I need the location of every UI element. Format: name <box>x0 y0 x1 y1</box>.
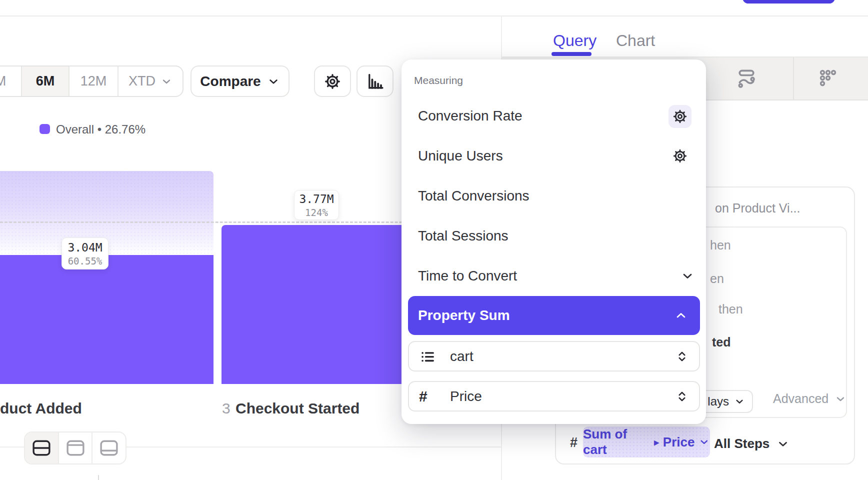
compare-label: Compare <box>200 74 260 90</box>
range-xtd-button[interactable]: XTD <box>118 66 182 96</box>
all-steps-label: All Steps <box>714 436 770 452</box>
step-text-fragment-3: then <box>718 302 743 316</box>
chevron-down-icon <box>834 393 846 405</box>
menu-item-label: Time to Convert <box>418 268 517 284</box>
topbar-divider <box>0 16 868 16</box>
range-m-button[interactable]: M <box>0 66 22 96</box>
property-sum-label: Property Sum <box>418 308 674 324</box>
layout-top-bar-button[interactable] <box>59 432 93 464</box>
conversion-rate-settings-button[interactable] <box>668 105 692 128</box>
tab-chart[interactable]: Chart <box>616 32 655 50</box>
conversion-window-button[interactable]: lays <box>701 390 753 413</box>
menu-item-label: Unique Users <box>418 148 503 164</box>
legend-swatch <box>40 124 50 134</box>
date-range-segmented-control: M 6M 12M XTD <box>0 66 184 97</box>
split-middle-icon <box>32 440 50 456</box>
layout-split-horizontal-button[interactable] <box>25 432 59 464</box>
app-screenshot: M 6M 12M XTD Compare Overall • 26.76% 3.… <box>0 0 868 480</box>
list-icon <box>419 348 450 365</box>
chip-arrow: ▸ <box>654 436 659 448</box>
number-property-icon: # <box>419 388 450 405</box>
range-m-label: M <box>0 74 6 89</box>
dots-grid-icon <box>818 68 838 88</box>
chevron-down-icon <box>160 76 172 88</box>
chevron-down-icon <box>776 438 790 450</box>
step-text-fragment-2: en <box>710 272 724 286</box>
compare-button[interactable]: Compare <box>190 66 290 97</box>
next-section-tick <box>98 475 99 480</box>
query-card-title-fragment: on Product Vi... <box>715 201 800 216</box>
menu-item-label: Conversion Rate <box>418 108 522 124</box>
primary-button[interactable] <box>742 0 835 4</box>
property-group-value: cart <box>450 348 675 364</box>
range-12m-label: 12M <box>80 74 107 89</box>
funnel-bar-3-value-badge: 3.77M 124% <box>294 190 339 220</box>
split-top-icon <box>66 440 84 456</box>
chevron-up-icon <box>674 308 688 322</box>
range-6m-button[interactable]: 6M <box>22 66 70 96</box>
split-bottom-icon <box>100 440 118 456</box>
legend-label: Overall • 26.76% <box>56 122 146 136</box>
sum-of-cart-price-chip[interactable]: Sum of cart ▸ Price <box>583 426 710 458</box>
all-steps-dropdown[interactable]: All Steps <box>714 436 790 452</box>
bar-3-value: 3.77M <box>299 192 334 206</box>
step-3-number: 3 <box>222 400 230 417</box>
measurement-hash-icon: # <box>570 435 578 450</box>
tab-query[interactable]: Query <box>553 32 596 50</box>
chart-settings-button[interactable] <box>314 66 351 97</box>
menu-item-conversion-rate[interactable]: Conversion Rate <box>402 102 662 130</box>
chip-property-label: Price <box>663 434 695 450</box>
menu-item-unique-users[interactable]: Unique Users <box>402 142 662 170</box>
layout-toggle-group <box>24 432 126 464</box>
list-icon <box>419 348 436 365</box>
flows-icon <box>736 67 758 89</box>
gear-icon <box>672 109 688 124</box>
property-group-select[interactable]: cart <box>408 341 700 372</box>
flows-button[interactable] <box>736 67 758 89</box>
chevron-down-icon <box>698 436 710 448</box>
funnel-bar-2-value-badge: 3.04M 60.55% <box>62 238 108 270</box>
select-updown-icon <box>675 390 689 404</box>
menu-item-total-sessions[interactable]: Total Sessions <box>402 222 662 250</box>
property-select[interactable]: # Price <box>408 381 700 412</box>
toolbar-strip-divider <box>793 58 794 100</box>
gear-icon <box>324 73 341 90</box>
menu-item-time-to-convert[interactable]: Time to Convert <box>402 262 662 290</box>
bar-3-conversion: 124% <box>305 206 328 218</box>
chevron-down-icon <box>680 269 694 283</box>
menu-item-total-conversions[interactable]: Total Conversions <box>402 182 662 210</box>
range-6m-label: 6M <box>36 74 55 89</box>
funnel-bar-2[interactable] <box>0 255 214 384</box>
chart-type-button[interactable] <box>356 66 394 97</box>
gear-icon <box>672 148 688 164</box>
step-text-fragment-1: hen <box>710 238 731 252</box>
advanced-label: Advanced <box>773 392 828 406</box>
menu-item-property-sum-selected[interactable]: Property Sum <box>408 296 700 335</box>
step-text-fragment-4: ted <box>712 335 731 350</box>
time-to-convert-expand[interactable] <box>680 269 694 283</box>
measuring-popup: Measuring Conversion Rate Unique Users T… <box>402 60 706 424</box>
menu-item-label: Total Sessions <box>418 228 508 244</box>
step-3-label: Checkout Started <box>236 400 360 417</box>
unique-users-settings-button[interactable] <box>668 144 692 168</box>
popup-title: Measuring <box>414 74 463 86</box>
more-apps-button[interactable] <box>818 68 838 88</box>
active-tab-underline <box>552 52 592 56</box>
step-2-label: duct Added <box>0 400 82 417</box>
advanced-dropdown[interactable]: Advanced <box>773 392 846 406</box>
chevron-down-icon <box>267 75 280 88</box>
range-12m-button[interactable]: 12M <box>70 66 118 96</box>
bar-chart-icon <box>366 72 384 90</box>
chevron-down-icon <box>734 396 745 407</box>
layout-bottom-bar-button[interactable] <box>92 432 126 464</box>
property-value: Price <box>450 388 675 404</box>
menu-item-label: Total Conversions <box>418 188 530 204</box>
window-label-fragment: lays <box>708 394 729 408</box>
chip-main-label: Sum of cart <box>583 426 650 458</box>
range-xtd-label: XTD <box>128 74 156 89</box>
bar-2-value: 3.04M <box>68 240 102 255</box>
select-updown-icon <box>675 350 689 364</box>
bar-2-conversion: 60.55% <box>68 255 102 267</box>
